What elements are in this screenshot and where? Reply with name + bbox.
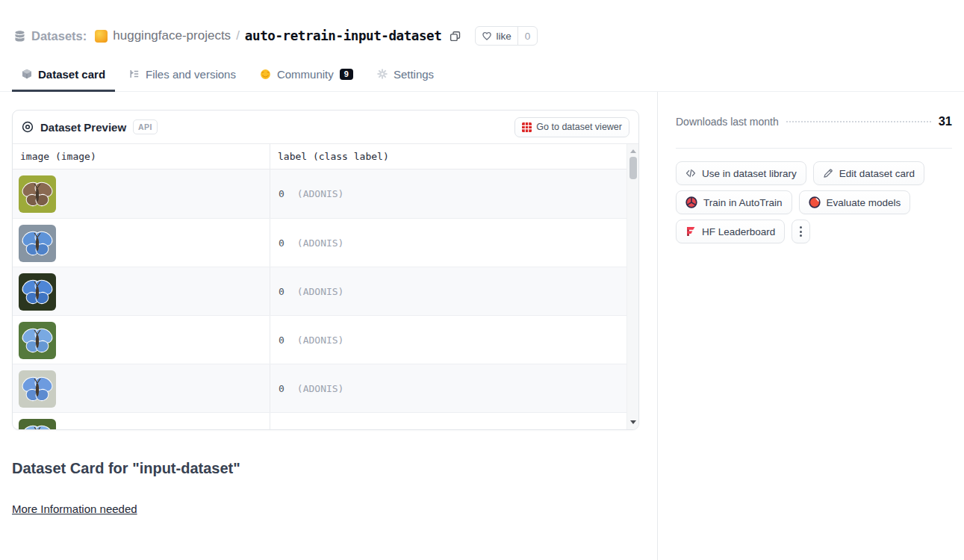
image-cell — [13, 169, 270, 218]
community-icon — [260, 69, 271, 80]
label-name: (ADONIS) — [297, 383, 344, 394]
like-button-group: like 0 — [475, 26, 538, 46]
scroll-down-arrow[interactable] — [627, 417, 639, 427]
leaderboard-flag-icon — [685, 226, 696, 237]
image-cell — [13, 219, 270, 267]
train-in-autotrain-button[interactable]: Train in AutoTrain — [676, 190, 792, 214]
butterfly-image[interactable] — [19, 322, 56, 359]
label-value: 0 — [279, 335, 284, 346]
dataset-card-heading: Dataset Card for "input-dataset" — [12, 460, 639, 477]
org-link[interactable]: huggingface-projects — [113, 28, 231, 43]
heart-icon — [482, 31, 492, 41]
label-name: (ADONIS) — [297, 286, 344, 297]
image-cell — [13, 316, 270, 364]
button-label: HF Leaderboard — [702, 226, 775, 237]
label-name: (ADONIS) — [297, 335, 344, 346]
datasets-label: Datasets: — [31, 29, 87, 43]
label-value: 0 — [279, 188, 284, 199]
table-row: 0(ADONIS) — [13, 218, 626, 267]
evaluate-icon — [809, 196, 821, 208]
butterfly-image[interactable] — [19, 175, 56, 213]
column-header-label: label (class label) — [270, 144, 626, 169]
label-cell: 0(ADONIS) — [270, 219, 626, 267]
gear-icon — [377, 69, 388, 79]
label-name: (ADONIS) — [297, 188, 344, 199]
dataset-name: auto-retrain-input-dataset — [245, 28, 442, 43]
tab-community[interactable]: Community 9 — [250, 57, 363, 91]
more-actions-button[interactable] — [792, 220, 810, 243]
viewer-button-label: Go to dataset viewer — [536, 122, 622, 132]
code-icon — [685, 168, 696, 178]
downloads-stat: Downloads last month 31 — [676, 114, 952, 128]
copy-name-button[interactable] — [448, 29, 462, 43]
go-to-dataset-viewer-button[interactable]: Go to dataset viewer — [514, 117, 629, 137]
page-header: Datasets: huggingface-projects / auto-re… — [0, 25, 964, 92]
tab-bar: Dataset card Files and versions Communit… — [0, 57, 964, 92]
label-value: 0 — [279, 286, 284, 297]
butterfly-image[interactable] — [19, 419, 56, 430]
breadcrumb: Datasets: huggingface-projects / auto-re… — [13, 25, 952, 47]
edit-dataset-card-button[interactable]: Edit dataset card — [813, 161, 924, 185]
tab-files-and-versions[interactable]: Files and versions — [119, 57, 246, 91]
versions-icon — [129, 69, 140, 79]
like-count[interactable]: 0 — [517, 27, 538, 45]
like-label: like — [496, 31, 511, 42]
butterfly-image[interactable] — [19, 273, 56, 311]
autotrain-icon — [685, 196, 697, 208]
main-column: Dataset Preview API Go to dataset viewer… — [0, 92, 658, 560]
org-avatar[interactable] — [95, 30, 108, 43]
button-label: Edit dataset card — [839, 168, 915, 179]
preview-title: Dataset Preview — [40, 121, 126, 134]
table-row: 0(ADONIS) — [13, 315, 626, 364]
path-separator: / — [236, 28, 240, 43]
label-name: (ADONIS) — [297, 237, 344, 249]
use-in-dataset-library-button[interactable]: Use in dataset library — [676, 161, 806, 185]
table-row: 0(ADONIS) — [13, 169, 626, 218]
scroll-up-arrow[interactable] — [627, 146, 639, 156]
label-cell: 0(ADONIS) — [270, 316, 626, 364]
button-label: Use in dataset library — [702, 168, 797, 179]
tab-label: Community — [277, 68, 334, 81]
content-area: Dataset Preview API Go to dataset viewer… — [0, 92, 964, 560]
api-badge[interactable]: API — [133, 119, 158, 134]
label-value: 0 — [279, 237, 284, 249]
label-value: 0 — [279, 383, 284, 394]
image-cell — [13, 364, 270, 412]
table-row — [13, 412, 626, 430]
tab-settings[interactable]: Settings — [367, 57, 444, 91]
table-scrollbar[interactable] — [626, 144, 638, 429]
label-cell: 0(ADONIS) — [270, 169, 626, 218]
sidebar: Downloads last month 31 Use in dataset l… — [658, 92, 964, 560]
dataset-preview-card: Dataset Preview API Go to dataset viewer… — [12, 110, 639, 430]
button-label: Train in AutoTrain — [703, 197, 783, 208]
label-cell — [270, 413, 626, 430]
tab-label: Dataset card — [38, 68, 105, 81]
preview-card-header: Dataset Preview API Go to dataset viewer — [13, 111, 638, 144]
downloads-value: 31 — [939, 114, 952, 128]
butterfly-image[interactable] — [19, 225, 56, 262]
database-icon — [13, 30, 26, 43]
label-cell: 0(ADONIS) — [270, 267, 626, 315]
action-buttons: Use in dataset library Edit dataset card… — [676, 161, 952, 243]
pencil-icon — [823, 168, 833, 178]
scrollbar-thumb[interactable] — [629, 157, 637, 179]
tab-dataset-card[interactable]: Dataset card — [12, 57, 115, 91]
label-cell: 0(ADONIS) — [270, 364, 626, 412]
hf-leaderboard-button[interactable]: HF Leaderboard — [676, 220, 785, 243]
eye-icon — [22, 121, 34, 133]
evaluate-models-button[interactable]: Evaluate models — [799, 190, 911, 214]
butterfly-image[interactable] — [19, 370, 56, 408]
column-header-image: image (image) — [13, 144, 270, 169]
table-header-row: image (image) label (class label) — [13, 144, 626, 169]
grid-icon — [522, 122, 532, 132]
copy-icon — [450, 31, 461, 42]
like-button[interactable]: like — [476, 27, 517, 45]
image-cell — [13, 267, 270, 315]
table-body: 0(ADONIS)0(ADONIS)0(ADONIS)0(ADONIS)0(AD… — [13, 169, 626, 430]
preview-table: image (image) label (class label) 0(ADON… — [13, 144, 626, 430]
downloads-label: Downloads last month — [676, 116, 779, 128]
tab-label: Settings — [394, 68, 434, 81]
community-count-badge: 9 — [340, 69, 353, 80]
cube-icon — [22, 69, 32, 79]
more-information-link[interactable]: More Information needed — [12, 503, 137, 515]
